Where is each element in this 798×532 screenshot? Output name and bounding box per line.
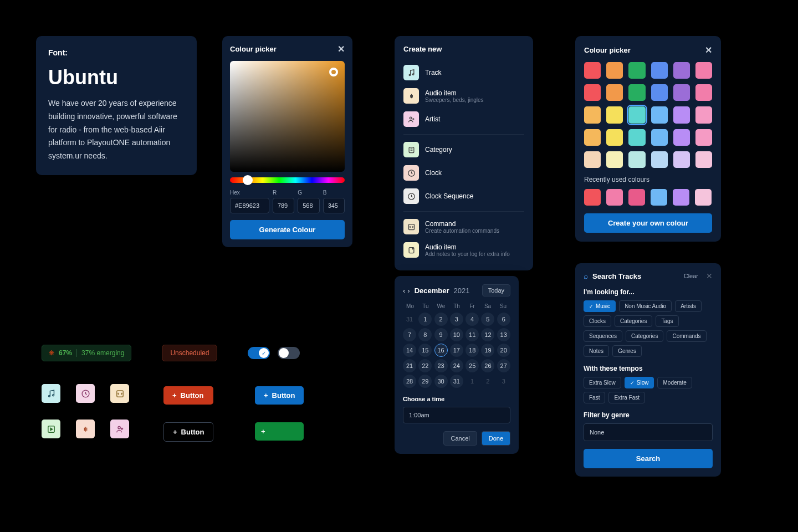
tempo-pill[interactable]: Moderate — [657, 377, 692, 388]
recent-swatch[interactable] — [673, 189, 689, 206]
day-cell[interactable]: 18 — [466, 344, 479, 357]
swatch[interactable] — [584, 151, 601, 168]
toggle-off[interactable] — [278, 347, 300, 359]
hue-thumb[interactable] — [243, 175, 253, 185]
day-cell[interactable]: 4 — [466, 313, 479, 326]
swatch[interactable] — [673, 84, 690, 101]
swatch[interactable] — [695, 151, 712, 168]
day-cell[interactable]: 5 — [481, 313, 494, 326]
swatch[interactable] — [584, 106, 601, 123]
recent-swatch[interactable] — [628, 189, 645, 206]
category-pill[interactable]: Categories — [615, 315, 652, 327]
swatch[interactable] — [695, 84, 712, 101]
day-cell[interactable]: 31 — [450, 375, 463, 388]
day-cell[interactable]: 31 — [403, 313, 416, 326]
day-cell[interactable]: 27 — [497, 359, 510, 372]
person-icon[interactable] — [110, 420, 129, 438]
hue-slider[interactable] — [230, 177, 345, 183]
day-cell[interactable]: 10 — [450, 328, 463, 341]
b-input[interactable] — [323, 198, 345, 213]
sv-thumb[interactable] — [329, 68, 338, 76]
swatch[interactable] — [606, 62, 623, 79]
category-pill[interactable]: Music — [584, 300, 616, 312]
category-pill[interactable]: Categories — [626, 330, 663, 342]
button-outline[interactable]: +Button — [163, 422, 213, 442]
tempo-pill[interactable]: Fast — [584, 392, 605, 403]
swatch[interactable] — [651, 84, 668, 101]
day-cell[interactable]: 20 — [497, 344, 510, 357]
create-item[interactable]: CommandCreate automation commands — [403, 215, 524, 238]
swatch[interactable] — [651, 129, 668, 146]
swatch[interactable] — [651, 151, 668, 168]
category-pill[interactable]: Notes — [584, 345, 609, 357]
swatch[interactable] — [628, 106, 645, 123]
day-cell[interactable]: 26 — [481, 359, 494, 372]
button-green[interactable]: + — [255, 422, 304, 441]
clear-button[interactable]: Clear — [684, 273, 698, 279]
day-cell[interactable]: 23 — [434, 359, 448, 372]
day-cell[interactable]: 16 — [434, 344, 448, 357]
prev-month-icon[interactable]: ‹ — [403, 287, 405, 295]
swatch[interactable] — [584, 62, 601, 79]
day-cell[interactable]: 9 — [434, 328, 448, 341]
swatch[interactable] — [695, 62, 712, 79]
emerging-chip[interactable]: ❋ 67% 37% emerging — [42, 345, 131, 361]
day-cell[interactable]: 1 — [418, 313, 432, 326]
day-cell[interactable]: 7 — [403, 328, 416, 341]
category-pill[interactable]: Artists — [675, 300, 702, 312]
done-button[interactable]: Done — [482, 431, 510, 446]
swatch[interactable] — [606, 84, 623, 101]
day-cell[interactable]: 28 — [403, 375, 416, 388]
swatch[interactable] — [628, 151, 645, 168]
swatch[interactable] — [606, 106, 623, 123]
swatch[interactable] — [584, 84, 601, 101]
swatch[interactable] — [606, 151, 623, 168]
day-cell[interactable]: 30 — [434, 375, 448, 388]
day-cell[interactable]: 6 — [497, 313, 510, 326]
category-pill[interactable]: Clocks — [584, 315, 611, 327]
day-cell[interactable]: 8 — [418, 328, 432, 341]
recent-swatch[interactable] — [651, 189, 667, 206]
day-cell[interactable]: 13 — [497, 328, 510, 341]
day-cell[interactable]: 15 — [418, 344, 432, 357]
recent-swatch[interactable] — [695, 189, 712, 206]
day-cell[interactable]: 3 — [450, 313, 463, 326]
hex-input[interactable] — [230, 198, 269, 213]
wave-icon[interactable] — [76, 420, 95, 438]
day-cell[interactable]: 24 — [450, 359, 463, 372]
genre-select[interactable]: None — [584, 423, 713, 441]
create-item[interactable]: Track — [403, 61, 524, 84]
day-cell[interactable]: 11 — [466, 328, 479, 341]
recent-swatch[interactable] — [584, 189, 601, 206]
category-pill[interactable]: Genres — [612, 345, 642, 357]
category-pill[interactable]: Sequences — [584, 330, 622, 342]
cancel-button[interactable]: Cancel — [443, 431, 477, 446]
next-month-icon[interactable]: › — [407, 287, 410, 295]
day-cell[interactable]: 2 — [434, 313, 448, 326]
recent-swatch[interactable] — [606, 189, 623, 206]
g-input[interactable] — [298, 198, 319, 213]
close-icon[interactable]: ✕ — [705, 45, 712, 55]
day-cell[interactable]: 12 — [481, 328, 494, 341]
button-red[interactable]: +Button — [163, 386, 213, 405]
day-cell[interactable]: 17 — [450, 344, 463, 357]
music-icon[interactable] — [42, 384, 60, 403]
day-cell[interactable]: 1 — [466, 375, 479, 388]
tempo-pill[interactable]: Extra Slow — [584, 377, 621, 388]
saturation-value-area[interactable] — [230, 61, 345, 172]
swatch[interactable] — [695, 106, 712, 123]
swatch[interactable] — [651, 62, 668, 79]
swatch[interactable] — [673, 62, 690, 79]
tempo-pill[interactable]: Extra Fast — [608, 392, 645, 403]
swatch[interactable] — [628, 129, 645, 146]
create-item[interactable]: Clock Sequence — [403, 185, 524, 208]
day-cell[interactable]: 25 — [466, 359, 479, 372]
day-cell[interactable]: 19 — [481, 344, 494, 357]
category-pill[interactable]: Commands — [667, 330, 706, 342]
today-button[interactable]: Today — [482, 284, 510, 296]
create-item[interactable]: Clock — [403, 161, 524, 185]
button-blue[interactable]: +Button — [255, 386, 304, 405]
close-icon[interactable]: ✕ — [337, 44, 345, 54]
swatch[interactable] — [673, 129, 690, 146]
category-pill[interactable]: Non Music Audio — [619, 300, 672, 312]
